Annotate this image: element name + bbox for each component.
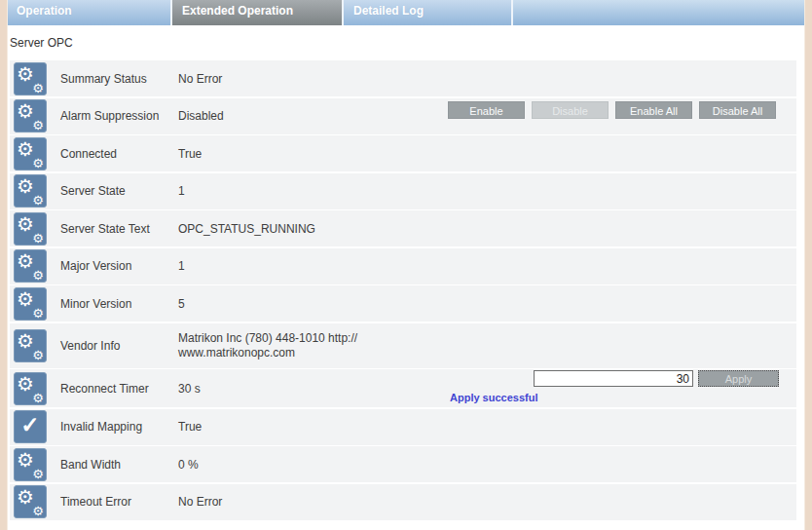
gears-icon[interactable]	[14, 287, 47, 321]
gears-icon[interactable]	[14, 372, 47, 405]
row-value: 0 %	[178, 457, 199, 472]
row-value: No Error	[178, 71, 222, 86]
row-label: Connected	[60, 147, 179, 161]
row-label: Timeout Error	[60, 495, 179, 509]
gears-icon[interactable]	[14, 448, 47, 481]
row-label: Server State	[60, 184, 179, 198]
row-label: Summary Status	[60, 72, 179, 86]
alarm-suppression-buttons: EnableDisableEnable AllDisable All	[441, 101, 776, 119]
row-value: 1	[178, 259, 185, 274]
row-value: True	[178, 420, 202, 435]
row-value: Matrikon Inc (780) 448-1010 http:// www.…	[178, 331, 357, 360]
window-border-right	[804, 0, 812, 530]
table-row: Server State TextOPC_STATUS_RUNNING	[10, 210, 796, 246]
row-label: Band Width	[60, 458, 179, 472]
row-value: 5	[178, 296, 185, 311]
row-value: 1	[178, 184, 185, 199]
table-row: Vendor InfoMatrikon Inc (780) 448-1010 h…	[10, 323, 796, 368]
row-list: Summary StatusNo ErrorAlarm SuppressionD…	[10, 60, 796, 521]
row-label: Alarm Suppression	[60, 109, 179, 123]
row-label: Reconnect Timer	[60, 382, 179, 396]
window-border-left	[0, 0, 8, 530]
gears-icon[interactable]	[14, 137, 47, 170]
table-row: Band Width0 %	[10, 446, 796, 482]
checkmark-icon[interactable]	[14, 410, 47, 443]
gears-icon[interactable]	[14, 485, 47, 518]
gears-icon[interactable]	[14, 329, 47, 362]
table-row: Minor Version5	[10, 285, 796, 322]
row-value: Disabled	[178, 109, 224, 124]
tab-extended-operation[interactable]: Extended Operation	[172, 0, 344, 25]
disable-all-button[interactable]: Disable All	[699, 101, 776, 119]
enable-button[interactable]: Enable	[448, 101, 525, 119]
row-label: Major Version	[60, 259, 179, 273]
row-value: No Error	[178, 495, 222, 510]
table-row: Timeout ErrorNo Error	[10, 484, 796, 520]
row-label: Minor Version	[60, 297, 179, 311]
row-value: OPC_STATUS_RUNNING	[178, 221, 315, 236]
reconnect-timer-input[interactable]	[534, 370, 693, 387]
gears-icon[interactable]	[14, 174, 47, 208]
table-row: Invalid MappingTrue	[10, 409, 796, 445]
table-row: Server State1	[10, 173, 796, 209]
row-label: Invalid Mapping	[60, 420, 179, 434]
apply-status-text: Apply successful	[450, 392, 537, 403]
row-value: 30 s	[178, 381, 201, 396]
page-title: Server OPC	[10, 36, 73, 50]
table-row: Alarm SuppressionDisabledEnableDisableEn…	[10, 98, 796, 134]
tab-operation[interactable]: Operation	[7, 0, 172, 25]
table-row: ConnectedTrue	[10, 135, 796, 171]
gears-icon[interactable]	[14, 99, 47, 132]
gears-icon[interactable]	[14, 62, 47, 95]
tab-bar: OperationExtended OperationDetailed Log	[7, 0, 805, 25]
disable-button: Disable	[532, 101, 609, 119]
row-value: True	[178, 146, 202, 161]
enable-all-button[interactable]: Enable All	[615, 101, 692, 119]
gears-icon[interactable]	[14, 249, 47, 283]
table-row: Reconnect Timer30 sApplyApply successful	[10, 369, 796, 407]
row-label: Server State Text	[60, 222, 179, 236]
gears-icon[interactable]	[14, 212, 47, 246]
apply-button[interactable]: Apply	[698, 370, 779, 387]
tab-detailed-log[interactable]: Detailed Log	[344, 0, 513, 25]
row-label: Vendor Info	[60, 339, 179, 353]
content-panel: Server OPC Summary StatusNo ErrorAlarm S…	[7, 25, 805, 530]
table-row: Summary StatusNo Error	[10, 60, 796, 96]
table-row: Major Version1	[10, 248, 796, 284]
